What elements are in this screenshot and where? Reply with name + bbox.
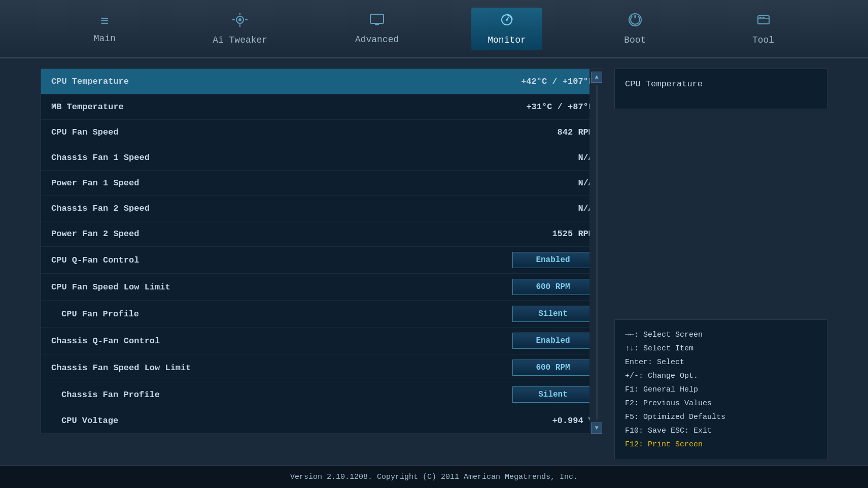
info-title: CPU Temperature [625,79,703,89]
row-chassis-fan-profile[interactable]: Chassis Fan Profile Silent [41,381,604,408]
value-cpu-temp: +42°C / +107°F [492,77,594,86]
svg-point-11 [506,19,508,21]
help-box: →←: Select Screen ↑↓: Select Item Enter:… [614,319,827,460]
tab-main-label: Main [94,34,116,44]
settings-wrapper: CPU Temperature +42°C / +107°F MB Temper… [41,69,604,460]
ai-tweaker-icon [232,13,248,31]
content-area: CPU Temperature +42°C / +107°F MB Temper… [0,58,868,465]
row-chassis-fan1-speed[interactable]: Chassis Fan 1 Speed N/A [41,145,604,171]
row-cpu-fan-profile[interactable]: CPU Fan Profile Silent [41,301,604,328]
help-change-opt: +/-: Change Opt. [625,369,817,383]
row-power-fan2-speed[interactable]: Power Fan 2 Speed 1525 RPM [41,221,604,247]
value-chassis-fan2-speed: N/A [492,204,594,213]
bottom-bar: Version 2.10.1208. Copyright (C) 2011 Am… [0,465,868,488]
row-cpu-temp[interactable]: CPU Temperature +42°C / +107°F [41,69,604,94]
label-cpu-fan-profile: CPU Fan Profile [61,309,139,319]
label-chassis-qfan: Chassis Q-Fan Control [51,336,160,346]
tab-advanced-label: Advanced [355,35,399,45]
label-cpu-fan-speed: CPU Fan Speed [51,127,119,137]
help-f5: F5: Optimized Defaults [625,410,817,424]
info-title-box: CPU Temperature [614,69,827,109]
value-power-fan2-speed: 1525 RPM [492,229,594,239]
tab-boot-label: Boot [624,35,646,45]
tab-tool[interactable]: Tool [728,8,799,50]
value-mb-temp: +31°C / +87°F [492,102,594,112]
help-select-screen: →←: Select Screen [625,328,817,342]
value-cpu-fan-profile[interactable]: Silent [512,306,594,322]
row-mb-temp[interactable]: MB Temperature +31°C / +87°F [41,94,604,120]
value-chassis-fan-profile[interactable]: Silent [512,386,594,403]
scroll-track [596,85,598,419]
advanced-icon [369,13,385,30]
settings-list: CPU Temperature +42°C / +107°F MB Temper… [41,69,604,434]
info-spacer [614,109,827,319]
row-cpu-fan-low-limit[interactable]: CPU Fan Speed Low Limit 600 RPM [41,274,604,301]
label-chassis-fan2-speed: Chassis Fan 2 Speed [51,204,150,213]
svg-rect-6 [370,14,384,23]
top-navigation: ≡ Main Ai Tweaker Advanced [0,0,868,58]
label-chassis-fan-low-limit: Chassis Fan Speed Low Limit [51,363,191,373]
row-cpu-voltage[interactable]: CPU Voltage +0.994 V [41,408,604,434]
value-chassis-fan1-speed: N/A [492,153,594,162]
value-chassis-qfan[interactable]: Enabled [512,333,594,349]
version-text: Version 2.10.1208. Copyright (C) 2011 Am… [290,473,578,481]
tab-ai-tweaker[interactable]: Ai Tweaker [197,8,283,50]
row-chassis-qfan[interactable]: Chassis Q-Fan Control Enabled [41,328,604,354]
tab-ai-tweaker-label: Ai Tweaker [213,35,267,45]
label-power-fan1-speed: Power Fan 1 Speed [51,178,139,188]
info-panel: CPU Temperature →←: Select Screen ↑↓: Se… [614,69,827,460]
help-enter: Enter: Select [625,355,817,369]
tab-boot[interactable]: Boot [600,8,671,50]
value-power-fan1-speed: N/A [492,178,594,188]
tab-main[interactable]: ≡ Main [69,9,140,49]
settings-panel: CPU Temperature +42°C / +107°F MB Temper… [41,69,604,434]
label-cpu-qfan: CPU Q-Fan Control [51,255,139,265]
value-cpu-fan-low-limit[interactable]: 600 RPM [512,279,594,295]
main-icon: ≡ [100,14,109,29]
label-cpu-temp: CPU Temperature [51,77,129,86]
help-f2: F2: Previous Values [625,397,817,410]
value-chassis-fan-low-limit[interactable]: 600 RPM [512,360,594,376]
label-cpu-fan-low-limit: CPU Fan Speed Low Limit [51,282,170,292]
tool-icon [756,13,771,31]
help-f10: F10: Save ESC: Exit [625,424,817,438]
row-chassis-fan-low-limit[interactable]: Chassis Fan Speed Low Limit 600 RPM [41,354,604,381]
scrollbar: ▲ ▼ [589,69,604,434]
value-cpu-voltage: +0.994 V [492,416,594,426]
row-chassis-fan2-speed[interactable]: Chassis Fan 2 Speed N/A [41,196,604,221]
tab-tool-label: Tool [752,35,774,45]
value-cpu-fan-speed: 842 RPM [492,127,594,137]
label-chassis-fan-profile: Chassis Fan Profile [61,390,160,400]
row-cpu-fan-speed[interactable]: CPU Fan Speed 842 RPM [41,120,604,145]
svg-rect-16 [759,17,761,18]
help-select-item: ↑↓: Select Item [625,342,817,355]
label-cpu-voltage: CPU Voltage [61,416,118,426]
svg-point-1 [238,18,241,21]
help-f1: F1: General Help [625,383,817,397]
boot-icon [628,13,642,31]
tab-monitor[interactable]: Monitor [471,8,542,50]
value-cpu-qfan[interactable]: Enabled [512,252,594,268]
svg-rect-17 [762,17,765,18]
scroll-up-button[interactable]: ▲ [591,72,602,83]
tab-monitor-label: Monitor [488,35,526,45]
scroll-down-button[interactable]: ▼ [591,422,602,434]
tab-advanced[interactable]: Advanced [340,8,414,50]
label-chassis-fan1-speed: Chassis Fan 1 Speed [51,153,150,162]
label-power-fan2-speed: Power Fan 2 Speed [51,229,139,239]
help-f12: F12: Print Screen [625,438,817,451]
label-mb-temp: MB Temperature [51,102,124,112]
row-cpu-qfan[interactable]: CPU Q-Fan Control Enabled [41,247,604,274]
monitor-icon [499,13,515,31]
row-power-fan1-speed[interactable]: Power Fan 1 Speed N/A [41,171,604,196]
